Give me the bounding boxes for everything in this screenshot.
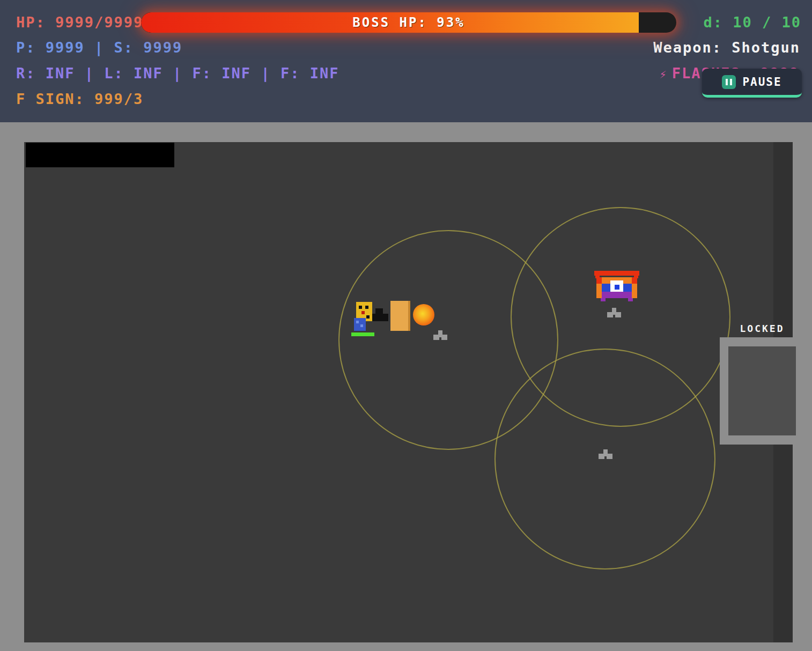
pause-button-label: PAUSE — [742, 76, 781, 88]
player-sprite — [351, 299, 437, 339]
turret-icon — [433, 330, 447, 340]
ammo-text: R: INF | L: INF | F: INF | F: INF — [16, 65, 339, 82]
boss-hp-label: BOSS HP: 93% — [141, 12, 676, 33]
speed-text: d: 10 / 10 — [703, 14, 801, 31]
player-shield-icon — [390, 301, 410, 331]
locked-slot-panel — [720, 337, 804, 445]
boss-hp-bar: BOSS HP: 93% — [141, 12, 676, 33]
lightning-icon: ⚡ — [659, 68, 667, 81]
player-health-bar — [351, 332, 374, 336]
range-circle-lower — [494, 349, 715, 569]
turret-icon — [599, 449, 612, 459]
fsign-text: F SIGN: 999/3 — [16, 91, 143, 107]
player-legs-icon — [354, 318, 366, 331]
game-screen: HP: 9999/9999 d: 10 / 10 P: 9999 | S: 99… — [0, 0, 812, 651]
hud-bar: HP: 9999/9999 d: 10 / 10 P: 9999 | S: 99… — [0, 0, 812, 122]
pause-icon — [722, 75, 736, 89]
turret-icon — [607, 308, 621, 317]
boss-pixel-art-icon — [594, 271, 639, 306]
boss-sprite — [594, 271, 639, 306]
player-gun-top-icon — [375, 308, 383, 315]
top-left-black-box — [26, 143, 174, 167]
player-gun-icon — [372, 314, 388, 321]
weapon-text: Weapon: Shotgun — [653, 39, 800, 56]
player-hp-text: HP: 9999/9999 — [16, 14, 143, 31]
projectile-orb-icon — [413, 304, 434, 326]
locked-slot-inner — [728, 346, 796, 435]
power-shield-text: P: 9999 | S: 9999 — [16, 39, 182, 56]
locked-label: LOCKED — [720, 323, 804, 334]
pause-button[interactable]: PAUSE — [702, 69, 802, 98]
